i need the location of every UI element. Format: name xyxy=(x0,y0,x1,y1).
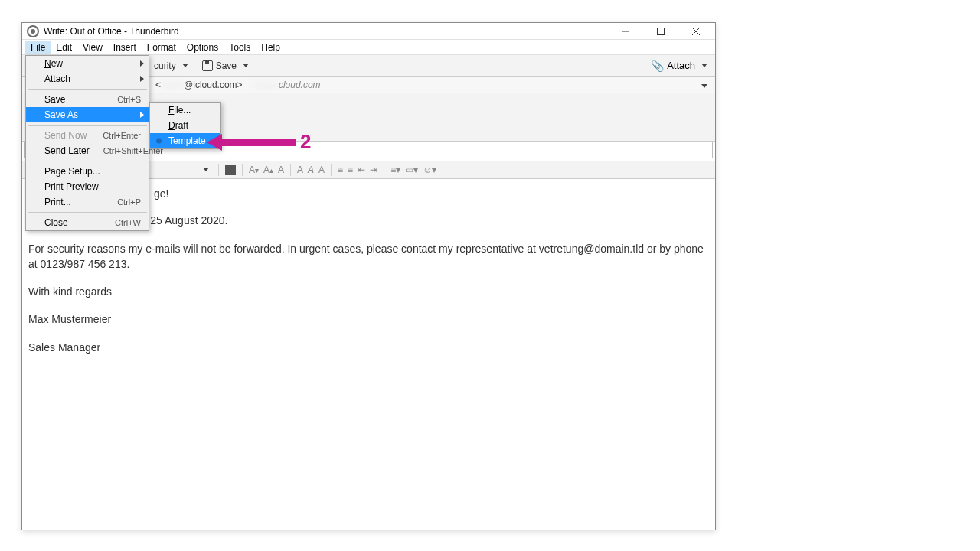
menu-send-now: Send Now Ctrl+Enter xyxy=(26,128,149,143)
chevron-down-icon[interactable] xyxy=(182,64,188,67)
menu-view[interactable]: View xyxy=(77,41,108,54)
chevron-down-icon[interactable] xyxy=(203,168,209,171)
save-button[interactable]: Save xyxy=(216,60,237,71)
compose-window: Write: Out of Office - Thunderbird File … xyxy=(21,22,716,530)
font-smaller-button[interactable]: A▾ xyxy=(249,165,259,175)
text-color-swatch[interactable] xyxy=(225,165,236,175)
from-domain-2: cloud.com xyxy=(279,80,321,90)
font-larger-button[interactable]: A▴ xyxy=(263,165,273,175)
menu-print-preview[interactable]: Print Preview xyxy=(26,179,149,194)
menu-help[interactable]: Help xyxy=(256,41,286,54)
submenu-arrow-icon xyxy=(140,60,144,67)
menu-page-setup[interactable]: Page Setup... xyxy=(26,164,149,179)
insert-button[interactable]: ▭▾ xyxy=(405,165,418,175)
submenu-arrow-icon xyxy=(140,76,144,82)
arrow-head-icon xyxy=(207,134,222,151)
submenu-arrow-icon xyxy=(140,112,144,118)
paperclip-icon: 📎 xyxy=(651,60,664,72)
submenu-file[interactable]: File... xyxy=(150,103,220,118)
menu-send-later[interactable]: Send Later Ctrl+Shift+Enter xyxy=(26,143,149,158)
titlebar: Write: Out of Office - Thunderbird xyxy=(22,23,715,40)
attach-button[interactable]: Attach xyxy=(667,60,695,71)
save-icon xyxy=(202,60,213,71)
menu-options[interactable]: Options xyxy=(181,41,224,54)
chevron-down-icon[interactable] xyxy=(701,64,707,67)
bullet-list-button[interactable]: ≡ xyxy=(338,165,343,175)
font-reset-button[interactable]: A xyxy=(278,165,284,175)
greeting-tail: ge! xyxy=(154,186,168,201)
message-body[interactable]: ge! . I am not in the office until 25 Au… xyxy=(22,179,715,530)
menu-divider xyxy=(28,125,147,126)
menu-format[interactable]: Format xyxy=(142,41,181,54)
menu-divider xyxy=(28,212,147,213)
minimize-icon xyxy=(622,28,629,35)
annotation-number: 2 xyxy=(300,130,311,154)
number-list-button[interactable]: ≡ xyxy=(348,165,353,175)
menu-divider xyxy=(28,89,147,90)
maximize-button[interactable] xyxy=(643,23,678,40)
menu-print[interactable]: Print... Ctrl+P xyxy=(26,194,149,210)
annotation-arrow: 2 xyxy=(207,130,311,154)
underline-button[interactable]: A xyxy=(318,165,325,175)
maximize-icon xyxy=(657,28,665,35)
chevron-down-icon[interactable] xyxy=(701,84,707,88)
body-p3: With kind regards xyxy=(28,284,709,299)
security-button-tail[interactable]: curity xyxy=(154,60,176,71)
from-obscured-2: ·········· xyxy=(253,80,279,90)
menu-save[interactable]: Save Ctrl+S xyxy=(26,92,149,107)
menubar: File Edit View Insert Format Options Too… xyxy=(22,40,715,55)
emoji-button[interactable]: ☺▾ xyxy=(423,165,436,175)
radio-dot-icon xyxy=(156,139,162,144)
indent-button[interactable]: ⇥ xyxy=(370,165,377,175)
window-title: Write: Out of Office - Thunderbird xyxy=(44,26,608,37)
file-menu: New Attach Save Ctrl+S Save As Send Now … xyxy=(25,55,149,231)
body-p5: Sales Manager xyxy=(28,340,709,355)
align-button[interactable]: ≡▾ xyxy=(390,165,400,175)
from-obscured: ········· xyxy=(161,80,184,90)
bold-button[interactable]: A xyxy=(297,165,303,175)
from-domain: @icloud.com> xyxy=(184,80,243,90)
italic-button[interactable]: A xyxy=(308,165,314,175)
close-icon xyxy=(692,28,700,35)
svg-rect-1 xyxy=(658,28,665,34)
body-p2: For security reasons my e-mails will not… xyxy=(28,241,709,272)
close-button[interactable] xyxy=(678,23,714,40)
outdent-button[interactable]: ⇤ xyxy=(358,165,365,175)
chevron-down-icon[interactable] xyxy=(243,64,249,67)
minimize-button[interactable] xyxy=(608,23,643,40)
menu-file[interactable]: File xyxy=(25,41,51,54)
menu-save-as[interactable]: Save As xyxy=(26,107,149,122)
body-p4: Max Mustermeier xyxy=(28,311,709,327)
from-bracket: < xyxy=(155,80,161,90)
arrow-shaft xyxy=(222,139,296,146)
menu-edit[interactable]: Edit xyxy=(51,41,77,54)
menu-insert[interactable]: Insert xyxy=(108,41,142,54)
menu-attach[interactable]: Attach xyxy=(26,71,149,86)
menu-tools[interactable]: Tools xyxy=(224,41,256,54)
menu-close[interactable]: Close Ctrl+W xyxy=(26,215,149,230)
menu-divider xyxy=(28,161,147,161)
app-icon xyxy=(27,25,39,37)
menu-new[interactable]: New xyxy=(26,56,149,71)
